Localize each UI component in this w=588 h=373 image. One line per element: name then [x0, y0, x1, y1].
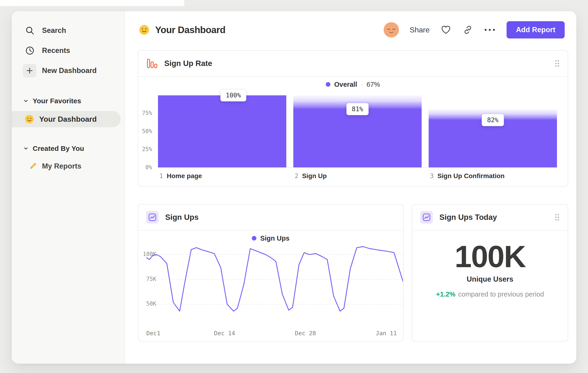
step-name: Sign Up	[302, 172, 327, 180]
card-header: Sign Ups	[138, 204, 403, 231]
step-label: 3 Sign Up Confirmation	[430, 172, 504, 180]
metric-label: Unique Users	[467, 275, 513, 283]
bar-value-tooltip: 100%	[220, 89, 246, 101]
add-report-button[interactable]: Add Report	[507, 21, 565, 39]
sign-ups-today-card: Sign Ups Today 100K Unique Users +1.2% c…	[412, 204, 568, 342]
chevron-down-icon	[23, 98, 29, 103]
drag-handle[interactable]	[555, 59, 560, 68]
sign-ups-series-line	[146, 247, 403, 311]
step-index: 1	[159, 172, 163, 180]
legend-separator: ·	[361, 81, 363, 88]
ellipsis-icon	[484, 28, 495, 31]
legend-label: Sign Ups	[260, 234, 290, 242]
sidebar-item-label: Search	[42, 26, 66, 35]
main-content: Your Dashboard Share Add Report	[125, 11, 576, 364]
search-icon	[25, 25, 35, 36]
gridlines	[157, 255, 403, 304]
favorites-section-header[interactable]: Your Favorites	[12, 94, 124, 108]
funnel-bar-home-page[interactable]: 100%	[158, 95, 286, 168]
funnel-bar-fill	[429, 120, 557, 168]
page-title: Your Dashboard	[155, 25, 225, 35]
line-chart-icon	[146, 211, 159, 223]
y-axis-tick: 50%	[138, 128, 152, 134]
x-axis-tick: Dec1	[146, 330, 160, 337]
legend-dot	[252, 236, 256, 241]
section-header-label: Your Favorites	[33, 97, 81, 105]
funnel-step-labels: 1 Home page 2 Sign Up 3 Sign Up Confirma…	[158, 172, 557, 181]
created-section-header[interactable]: Created By You	[12, 141, 124, 156]
background-strip	[0, 0, 184, 6]
drag-handle[interactable]	[555, 213, 560, 222]
legend-dot	[326, 82, 330, 87]
sidebar-item-label: My Reports	[42, 162, 81, 171]
sidebar-item-your-dashboard-selected[interactable]: Your Dashboard	[12, 111, 121, 127]
link-icon	[463, 25, 473, 35]
funnel-chart-icon	[146, 58, 158, 69]
copy-link-button[interactable]	[462, 24, 473, 35]
funnel-bar-fill	[293, 109, 422, 168]
app-window: Search Recents New Dashboard Your Favori…	[12, 11, 576, 364]
delta-value: +1.2%	[436, 291, 455, 298]
page-title-group: Your Dashboard	[139, 24, 225, 35]
metric-delta: +1.2% compared to previous period	[436, 291, 544, 298]
step-label: 2 Sign Up	[295, 172, 327, 180]
y-axis-tick: 25%	[138, 146, 152, 152]
bar-value-tooltip: 82%	[482, 114, 504, 126]
funnel-bar-sign-up-confirmation[interactable]: 82%	[429, 95, 557, 168]
smiley-icon	[25, 114, 34, 124]
avatar[interactable]	[384, 22, 399, 38]
legend-label: Overall	[334, 81, 357, 88]
card-title: Sign Ups Today	[439, 213, 497, 222]
step-label: 1 Home page	[159, 172, 202, 180]
more-options-button[interactable]	[484, 24, 495, 35]
sidebar-item-label: Your Dashboard	[39, 115, 97, 123]
sidebar: Search Recents New Dashboard Your Favori…	[12, 11, 125, 364]
sidebar-item-new-dashboard[interactable]: New Dashboard	[12, 60, 124, 81]
line-chart-icon	[420, 211, 433, 223]
section-header-label: Created By You	[33, 144, 84, 152]
step-index: 2	[295, 172, 298, 180]
y-axis-tick: 75%	[138, 110, 152, 116]
sidebar-item-search[interactable]: Search	[12, 20, 124, 40]
metric-body: 100K Unique Users +1.2% compared to prev…	[412, 231, 568, 341]
bar-value-tooltip: 81%	[346, 103, 369, 115]
x-axis-baseline	[158, 167, 557, 168]
sidebar-item-label: New Dashboard	[42, 66, 97, 75]
funnel-legend: Overall · 67%	[138, 80, 568, 89]
card-header: Sign Ups Today	[412, 204, 568, 231]
plus-icon	[23, 64, 36, 77]
chevron-down-icon	[23, 146, 29, 151]
metric-value: 100K	[454, 239, 525, 274]
step-index: 3	[430, 172, 434, 180]
step-name: Sign Up Confirmation	[438, 172, 505, 180]
sidebar-item-label: Recents	[42, 46, 70, 55]
card-title: Sign Up Rate	[164, 59, 212, 68]
heart-icon	[441, 25, 451, 35]
sidebar-item-recents[interactable]: Recents	[12, 40, 124, 60]
x-axis-tick: Dec 28	[295, 330, 316, 337]
share-button[interactable]: Share	[410, 26, 430, 34]
card-header: Sign Up Rate	[138, 50, 568, 77]
clock-icon	[25, 45, 35, 56]
sign-ups-card: Sign Ups Sign Ups 100K 75K 50K Dec1 Dec …	[138, 204, 404, 342]
x-axis-tick: Dec 14	[214, 330, 235, 337]
dashboard-header: Your Dashboard Share Add Report	[125, 11, 576, 49]
sign-up-rate-card: Sign Up Rate Overall · 67% 75% 50% 25% 0…	[138, 50, 568, 186]
card-title: Sign Ups	[165, 213, 199, 222]
smiley-icon	[139, 24, 150, 35]
legend-value: 67%	[367, 81, 380, 88]
delta-comparison-text: compared to previous period	[458, 291, 544, 298]
funnel-bar-fill	[158, 95, 286, 168]
favorite-heart-button[interactable]	[440, 24, 452, 35]
y-axis-tick: 0%	[138, 164, 152, 171]
x-axis-tick: Jan 11	[376, 330, 397, 337]
pencil-icon	[29, 162, 37, 171]
step-name: Home page	[167, 172, 202, 180]
line-chart	[146, 242, 403, 321]
funnel-bar-sign-up[interactable]: 81%	[293, 95, 422, 168]
header-actions: Share Add Report	[384, 21, 565, 39]
funnel-chart: 100% 81% 82%	[158, 95, 557, 168]
sidebar-item-my-reports[interactable]: My Reports	[12, 160, 124, 173]
